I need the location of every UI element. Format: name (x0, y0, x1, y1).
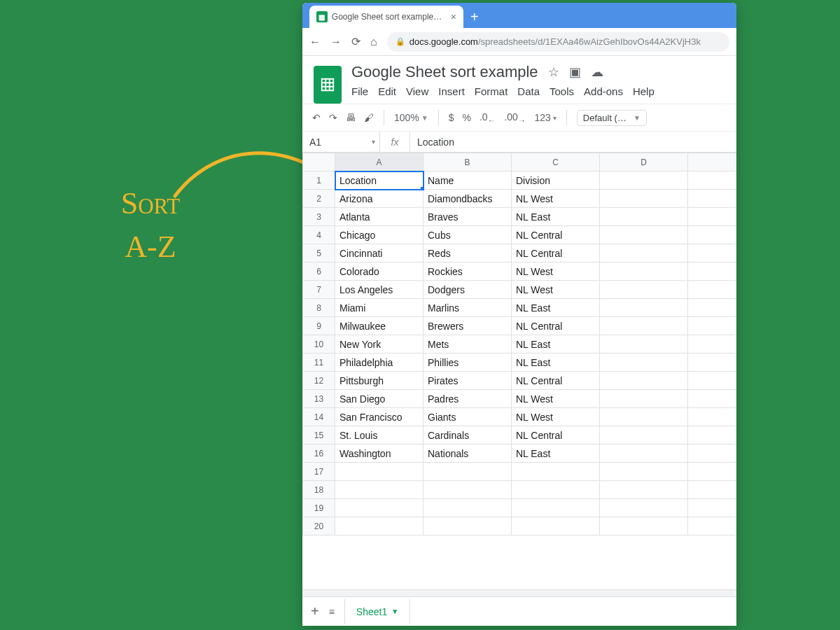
cell[interactable] (688, 281, 737, 299)
cell[interactable]: Name (424, 172, 512, 190)
cell[interactable] (600, 354, 688, 372)
close-tab-icon[interactable]: × (451, 11, 456, 22)
sheet-tab-active[interactable]: Sheet1 ▼ (344, 599, 410, 624)
cell[interactable]: Washington (335, 444, 424, 463)
zoom-select[interactable]: 100% ▼ (394, 112, 428, 123)
cell[interactable] (600, 299, 688, 317)
omnibox[interactable]: 🔒 docs.google.com/spreadsheets/d/1EXAa46… (387, 32, 729, 52)
cell[interactable]: New York (335, 335, 424, 354)
cell[interactable] (688, 463, 737, 481)
add-sheet-button[interactable]: + (311, 603, 319, 620)
row-header[interactable]: 17 (303, 463, 335, 481)
row-header[interactable]: 8 (303, 299, 335, 317)
menu-help[interactable]: Help (633, 85, 654, 97)
cell[interactable] (600, 408, 688, 426)
cell[interactable]: Colorado (335, 262, 424, 281)
cell[interactable]: Rockies (424, 262, 512, 281)
row-header[interactable]: 9 (303, 317, 335, 335)
cell[interactable] (688, 208, 737, 226)
cell[interactable] (600, 226, 688, 244)
cell[interactable]: Braves (424, 208, 512, 226)
all-sheets-button[interactable]: ≡ (329, 606, 335, 617)
cell[interactable] (600, 444, 688, 463)
row-header[interactable]: 16 (303, 444, 335, 463)
formula-input[interactable]: Location (410, 136, 454, 148)
currency-button[interactable]: $ (449, 112, 454, 123)
cell[interactable]: NL Central (512, 317, 600, 335)
menu-insert[interactable]: Insert (438, 85, 465, 97)
column-header-B[interactable]: B (424, 153, 512, 172)
cell[interactable]: Los Angeles (335, 281, 424, 299)
cell[interactable] (688, 317, 737, 335)
percent-button[interactable]: % (463, 112, 471, 123)
star-icon[interactable]: ☆ (548, 64, 559, 80)
cell[interactable]: Brewers (424, 317, 512, 335)
cell[interactable] (688, 481, 737, 499)
row-header[interactable]: 15 (303, 426, 335, 444)
spreadsheet-grid[interactable]: A B C D 1LocationNameDivision2ArizonaDia… (302, 153, 736, 589)
cell[interactable] (335, 499, 424, 517)
menu-addons[interactable]: Add-ons (584, 85, 623, 97)
cell[interactable]: Miami (335, 299, 424, 317)
column-header-E[interactable] (688, 153, 737, 172)
cell[interactable]: NL West (512, 390, 600, 408)
horizontal-scrollbar[interactable] (302, 589, 736, 596)
row-header[interactable]: 14 (303, 408, 335, 426)
cell[interactable]: Philadelphia (335, 354, 424, 372)
font-select[interactable]: Default (Ari… ▼ (577, 110, 647, 126)
cell[interactable]: NL Central (512, 426, 600, 444)
cell[interactable]: Pittsburgh (335, 372, 424, 390)
cell[interactable] (688, 444, 737, 463)
cell[interactable]: Dodgers (424, 281, 512, 299)
cell[interactable] (688, 226, 737, 244)
cell[interactable]: NL East (512, 299, 600, 317)
redo-icon[interactable]: ↷ (329, 112, 337, 123)
column-header-A[interactable]: A (335, 153, 424, 172)
cell[interactable]: Pirates (424, 372, 512, 390)
menu-edit[interactable]: Edit (378, 85, 396, 97)
menu-file[interactable]: File (351, 85, 368, 97)
row-header[interactable]: 18 (303, 481, 335, 499)
cell[interactable] (688, 244, 737, 262)
print-icon[interactable]: 🖶 (346, 112, 356, 123)
sheets-logo-icon[interactable] (314, 66, 342, 104)
cell[interactable] (688, 354, 737, 372)
cell[interactable] (600, 426, 688, 444)
row-header[interactable]: 4 (303, 226, 335, 244)
cell[interactable]: Arizona (335, 190, 424, 208)
cell[interactable] (335, 517, 424, 536)
cell[interactable]: NL Central (512, 372, 600, 390)
menu-tools[interactable]: Tools (550, 85, 574, 97)
cell[interactable]: Phillies (424, 354, 512, 372)
cell[interactable] (600, 262, 688, 281)
cell[interactable] (688, 499, 737, 517)
cloud-status-icon[interactable]: ☁ (591, 64, 603, 80)
cell[interactable] (688, 299, 737, 317)
cell[interactable]: Nationals (424, 444, 512, 463)
cell[interactable] (600, 390, 688, 408)
cell[interactable] (600, 281, 688, 299)
forward-icon[interactable]: → (330, 36, 342, 48)
cell[interactable]: Location (335, 172, 424, 190)
cell[interactable] (688, 426, 737, 444)
column-header-C[interactable]: C (512, 153, 600, 172)
menu-view[interactable]: View (406, 85, 428, 97)
row-header[interactable]: 20 (303, 517, 335, 536)
fx-icon[interactable]: fx (379, 132, 410, 152)
cell[interactable]: NL Central (512, 226, 600, 244)
row-header[interactable]: 10 (303, 335, 335, 354)
cell[interactable]: Chicago (335, 226, 424, 244)
browser-tab[interactable]: ▦ Google Sheet sort example - Goo × (309, 6, 463, 28)
cell[interactable] (600, 372, 688, 390)
decrease-decimal-button[interactable]: .0← (479, 111, 496, 125)
new-tab-button[interactable]: + (463, 9, 486, 28)
cell[interactable] (424, 517, 512, 536)
select-all-corner[interactable] (303, 153, 335, 172)
cell[interactable]: Diamondbacks (424, 190, 512, 208)
cell[interactable]: Cincinnati (335, 244, 424, 262)
cell[interactable] (600, 172, 688, 190)
doc-title[interactable]: Google Sheet sort example (351, 63, 538, 81)
row-header[interactable]: 12 (303, 372, 335, 390)
row-header[interactable]: 13 (303, 390, 335, 408)
back-icon[interactable]: ← (309, 36, 321, 48)
